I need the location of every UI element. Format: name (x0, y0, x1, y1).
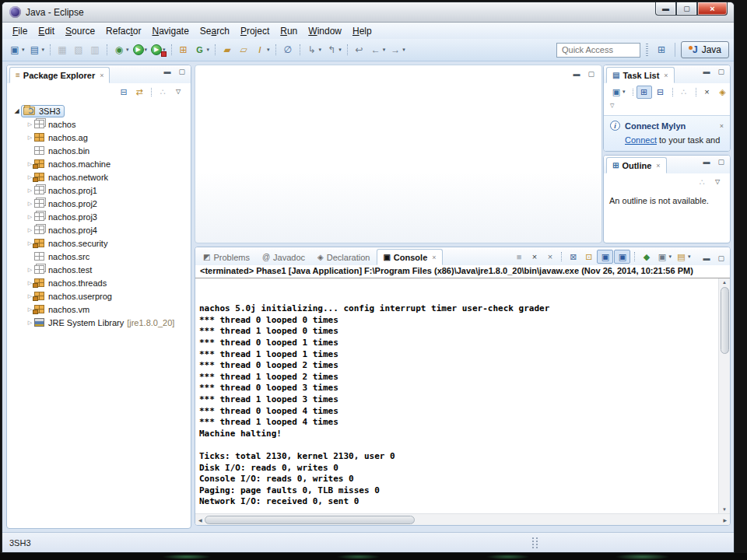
tree-item[interactable]: ▷ nachos.vm (12, 303, 191, 316)
tab-outline[interactable]: ⊞ Outline × (606, 157, 667, 173)
show-stderr-changed-icon[interactable]: ▣ (614, 250, 630, 264)
debug-icon[interactable]: ◉▾ (111, 42, 131, 58)
tree-item[interactable]: ▷ nachos (12, 117, 191, 131)
tree-item-project[interactable]: ◢ 3SH3 (12, 104, 191, 117)
maximize-view-icon[interactable]: ▢ (717, 68, 724, 75)
maximize-view-icon[interactable]: ▢ (178, 68, 185, 75)
vertical-scrollbar[interactable]: ▲ ▼ (718, 278, 730, 513)
new-java-class-icon[interactable]: G▾ (192, 42, 212, 58)
close-notification-icon[interactable]: × (720, 122, 724, 130)
scroll-left-icon[interactable]: ◀ (198, 517, 202, 523)
tab-declaration[interactable]: ◈ Declaration (312, 249, 375, 265)
forward-icon[interactable]: →▾ (388, 42, 407, 58)
tree-item[interactable]: ▷ nachos.network (12, 170, 191, 184)
focus-on-task-icon[interactable]: ∴ (695, 176, 709, 189)
new-task-icon[interactable]: ▣▾ (609, 86, 627, 99)
maximize-view-icon[interactable]: ▢ (717, 254, 724, 262)
twisty-icon[interactable]: ▷ (26, 135, 34, 140)
maximize-view-icon[interactable]: ▢ (587, 70, 594, 78)
twisty-icon[interactable]: ▷ (26, 267, 34, 272)
scrollbar-thumb[interactable] (205, 516, 415, 524)
restore-window-button[interactable]: ▢ (676, 2, 697, 16)
twisty-icon[interactable]: ▷ (26, 320, 34, 325)
scroll-right-icon[interactable]: ▶ (723, 517, 727, 523)
close-tab-icon[interactable]: × (664, 72, 668, 79)
twisty-icon[interactable]: ◢ (12, 108, 21, 114)
menu-item[interactable]: Help (347, 24, 377, 38)
menu-item[interactable]: Run (275, 24, 303, 38)
scroll-lock-icon[interactable]: ⊡ (581, 250, 596, 264)
next-annotation-icon[interactable]: ↳▾ (304, 42, 324, 58)
tab-package-explorer[interactable]: ≡ Package Explorer × (9, 67, 110, 83)
view-menu-icon[interactable]: ▽ (171, 86, 185, 99)
toolbar-overflow-icon[interactable]: ▽ (610, 103, 614, 109)
save-icon[interactable]: ▦ (54, 42, 70, 58)
new-java-element-icon[interactable]: ▤▾ (27, 42, 47, 58)
minimize-view-icon[interactable]: ▬ (703, 254, 710, 262)
scrollbar-thumb[interactable] (721, 287, 729, 354)
open-console-icon[interactable]: ▤▾ (674, 250, 693, 264)
focus-on-workweek-icon[interactable]: ∴ (677, 86, 691, 99)
twisty-icon[interactable]: ▷ (26, 201, 34, 206)
categorized-view-icon[interactable]: ⊞ (637, 86, 652, 99)
show-stdout-changed-icon[interactable]: ▣ (597, 250, 613, 264)
open-perspective-button[interactable]: ⊞ (654, 42, 669, 58)
run-icon[interactable]: ▶▾ (132, 42, 149, 58)
twisty-icon[interactable]: ▷ (26, 214, 34, 219)
new-java-project-icon[interactable]: ⊞ (176, 42, 191, 58)
minimize-view-icon[interactable]: ▬ (573, 70, 580, 78)
menu-item[interactable]: Refactor (100, 24, 146, 38)
tree-item[interactable]: nachos.src (12, 250, 191, 263)
tree-item[interactable]: ▷ nachos.proj2 (12, 197, 191, 210)
remove-launch-icon[interactable]: × (527, 250, 542, 264)
tree-item[interactable]: ▷ nachos.machine (12, 157, 191, 170)
collapse-all-icon[interactable]: ⊟ (117, 86, 131, 99)
tree-item[interactable]: ▷ nachos.userprog (12, 289, 191, 303)
tree-item[interactable]: nachos.bin (12, 144, 191, 157)
editor-area[interactable]: ▬ ▢ (195, 65, 602, 243)
open-type-icon[interactable]: ▰ (219, 42, 235, 58)
menu-item[interactable]: Navigate (146, 24, 194, 38)
status-bar-grip[interactable] (532, 537, 538, 548)
scroll-down-icon[interactable]: ▼ (722, 507, 727, 512)
new-wizard-icon[interactable]: ▣▾ (7, 42, 26, 58)
title-bar[interactable]: Java - Eclipse ▬ ▢ × (2, 2, 734, 23)
minimize-view-icon[interactable]: ▬ (703, 68, 710, 75)
tab-task-list[interactable]: ▤ Task List × (606, 67, 675, 83)
minimize-view-icon[interactable]: ▬ (703, 159, 710, 166)
search-repository-icon[interactable]: ◈ (716, 86, 730, 99)
horizontal-scrollbar[interactable]: ◀ ▶ (195, 513, 730, 525)
format-brush-icon[interactable]: /▾ (252, 42, 272, 58)
tree-item[interactable]: ▷ nachos.security (12, 236, 191, 250)
remove-all-terminated-icon[interactable]: × (542, 250, 557, 264)
menu-item[interactable]: Search (195, 24, 235, 38)
run-external-tools-icon[interactable]: ▶▾ (149, 42, 167, 58)
twisty-icon[interactable]: ▷ (26, 227, 34, 233)
close-tab-icon[interactable]: × (656, 162, 660, 170)
minimize-view-icon[interactable]: ▬ (163, 68, 170, 75)
tree-item[interactable]: ▷ nachos.test (12, 263, 191, 276)
focus-on-task-icon[interactable]: ∴ (156, 86, 170, 99)
mark-occurrences-icon[interactable]: ∅ (280, 42, 296, 58)
tree-item[interactable]: ▷ JRE System Library [jre1.8.0_20] (12, 316, 191, 329)
close-window-button[interactable]: × (697, 2, 728, 16)
display-selected-console-icon[interactable]: ▣▾ (654, 250, 673, 264)
tab-console[interactable]: ▣ Console × (377, 249, 442, 265)
java-perspective-button[interactable]: J Java (681, 41, 729, 58)
tree-item[interactable]: ▷ nachos.proj3 (12, 210, 191, 223)
menu-item[interactable]: Edit (33, 24, 60, 38)
close-tab-icon[interactable]: × (100, 72, 103, 79)
pin-console-icon[interactable]: ◆ (639, 250, 654, 264)
quick-access-input[interactable] (556, 43, 640, 58)
remove-task-icon[interactable]: × (700, 86, 714, 99)
menu-item[interactable]: Window (303, 24, 347, 38)
twisty-icon[interactable]: ▷ (26, 187, 34, 193)
scroll-up-icon[interactable]: ▲ (722, 280, 727, 285)
menu-item[interactable]: File (7, 24, 33, 38)
toolbar-grip[interactable] (646, 44, 648, 56)
menu-item[interactable]: Source (60, 24, 100, 38)
menu-item[interactable]: Project (235, 24, 275, 38)
maximize-view-icon[interactable]: ▢ (717, 159, 724, 166)
last-edit-location-icon[interactable]: ↩ (352, 42, 367, 58)
save-all-icon[interactable]: ▧ (71, 42, 86, 58)
